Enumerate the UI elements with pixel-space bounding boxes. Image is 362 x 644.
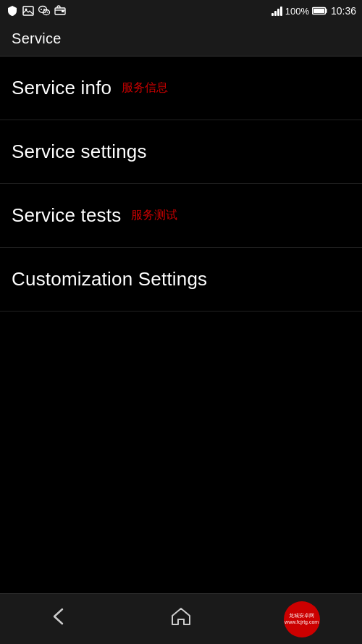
service-tests-badge: 服务测试: [131, 208, 177, 223]
image-icon: [22, 4, 35, 17]
title-bar: Service: [0, 22, 362, 57]
back-icon: [49, 607, 71, 631]
customization-settings-label: Customization Settings: [12, 268, 207, 290]
service-tests-label: Service tests: [12, 204, 121, 227]
status-bar-right: 100% 10:36: [272, 5, 356, 17]
shield-icon: [6, 4, 19, 17]
customization-settings-item[interactable]: Customization Settings: [0, 248, 362, 311]
watermark-area: 龙城安卓网 www.fcjrtg.com: [280, 601, 324, 637]
service-tests-item[interactable]: Service tests 服务测试: [0, 184, 362, 248]
watermark-text: 龙城安卓网 www.fcjrtg.com: [285, 613, 319, 625]
battery-percent: 100%: [285, 6, 309, 17]
service-info-label: Service info: [12, 77, 111, 99]
page-title: Service: [12, 30, 62, 47]
home-button[interactable]: [159, 601, 203, 637]
svg-rect-11: [313, 9, 324, 13]
watermark-line1: 龙城安卓网: [285, 613, 319, 619]
status-bar: 100% 10:36: [0, 0, 362, 22]
back-button[interactable]: [38, 601, 82, 637]
watermark-badge: 龙城安卓网 www.fcjrtg.com: [284, 601, 320, 637]
svg-point-7: [47, 12, 49, 13]
status-bar-left: [6, 4, 67, 17]
menu-list: Service info 服务信息 Service settings Servi…: [0, 57, 362, 311]
wallet-icon: [54, 4, 67, 17]
watermark-line2: www.fcjrtg.com: [285, 619, 319, 625]
svg-point-3: [41, 9, 42, 10]
home-icon: [170, 606, 192, 632]
wechat-icon: [38, 4, 51, 17]
time-display: 10:36: [331, 5, 356, 17]
service-settings-item[interactable]: Service settings: [0, 120, 362, 184]
service-info-item[interactable]: Service info 服务信息: [0, 57, 362, 120]
service-info-badge: 服务信息: [122, 80, 168, 96]
svg-rect-0: [23, 7, 33, 15]
svg-point-6: [45, 12, 46, 13]
signal-bars-icon: [272, 6, 282, 16]
bottom-nav: 龙城安卓网 www.fcjrtg.com: [0, 593, 362, 644]
battery-icon: [312, 7, 328, 15]
service-settings-label: Service settings: [12, 141, 147, 163]
